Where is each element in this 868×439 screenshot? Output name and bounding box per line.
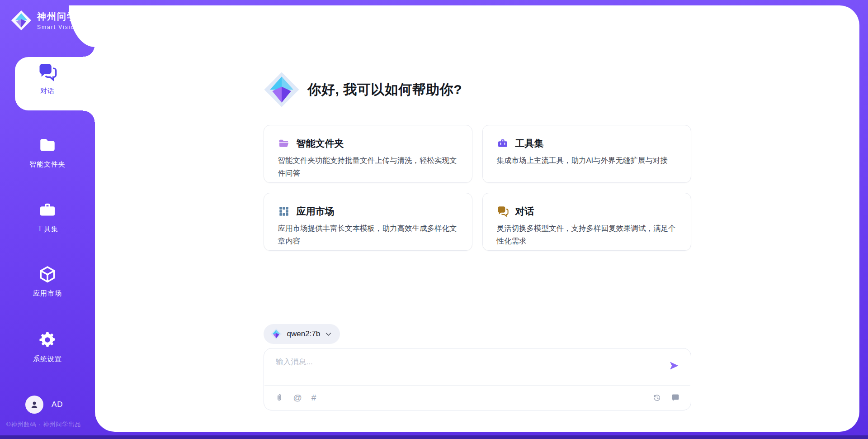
brand-logo-icon <box>11 10 32 31</box>
card-app-market[interactable]: 应用市场 应用市场提供丰富长文本模板，助力高效生成多样化文章内容 <box>264 193 472 251</box>
user-account[interactable]: AD <box>25 396 63 414</box>
model-selector[interactable]: qwen2:7b <box>264 324 340 344</box>
greeting-title: 你好, 我可以如何帮助你? <box>308 81 462 99</box>
model-name: qwen2:7b <box>287 329 321 339</box>
folder-open-icon <box>278 138 290 149</box>
sidebar-footer-text: ©神州数码 · 神州问学出品 <box>6 420 95 429</box>
sidebar-item-label: 对话 <box>0 87 95 95</box>
brand: 神州问学 Smart Vision <box>11 10 79 31</box>
history-icon[interactable] <box>652 393 661 402</box>
sidebar-item-chat[interactable]: 对话 <box>0 62 95 95</box>
sidebar-item-smart-folder[interactable]: 智能文件夹 <box>0 136 95 169</box>
card-description: 集成市场上主流工具，助力AI与外界无缝扩展与对接 <box>497 154 677 167</box>
brand-subtitle: Smart Vision <box>37 24 79 30</box>
attachment-icon[interactable] <box>275 393 284 402</box>
card-smart-folder[interactable]: 智能文件夹 智能文件夹功能支持批量文件上传与清洗，轻松实现文件问答 <box>264 125 472 183</box>
grid-icon <box>278 205 290 217</box>
card-description: 灵活切换多模型文件，支持多样回复效果调试，满足个性化需求 <box>497 222 677 247</box>
gear-icon <box>38 330 57 349</box>
card-title: 应用市场 <box>297 205 335 218</box>
message-composer: @ # <box>264 348 691 410</box>
hashtag-icon[interactable]: # <box>311 393 316 402</box>
sidebar-item-label: 工具集 <box>0 225 95 234</box>
app-logo-icon <box>264 72 300 108</box>
sidebar-item-label: 系统设置 <box>0 355 95 363</box>
sidebar-item-settings[interactable]: 系统设置 <box>0 330 95 363</box>
main-panel: 你好, 我可以如何帮助你? 智能文件夹 智能文件夹功能支持批量文件上传与清洗，轻… <box>95 5 859 432</box>
mention-icon[interactable]: @ <box>293 393 302 402</box>
cube-icon <box>38 265 57 284</box>
send-icon[interactable] <box>669 360 679 371</box>
avatar <box>25 396 43 414</box>
card-chat[interactable]: 对话 灵活切换多模型文件，支持多样回复效果调试，满足个性化需求 <box>482 193 691 251</box>
sidebar: 神州问学 Smart Vision 对话 智能文件夹 工具集 应用市场 系统设置… <box>0 0 95 439</box>
card-title: 工具集 <box>515 137 544 150</box>
toolbox-icon <box>38 200 57 220</box>
card-title: 智能文件夹 <box>297 137 344 150</box>
toolbox-icon <box>497 138 509 149</box>
sidebar-item-app-market[interactable]: 应用市场 <box>0 265 95 298</box>
bottom-edge-strip <box>0 435 868 439</box>
chat-icon <box>497 205 509 217</box>
chat-bubble-icon[interactable] <box>671 393 680 402</box>
sidebar-item-label: 应用市场 <box>0 289 95 298</box>
message-input[interactable] <box>276 357 659 382</box>
brand-name: 神州问学 <box>37 10 79 23</box>
card-title: 对话 <box>515 205 534 218</box>
card-description: 智能文件夹功能支持批量文件上传与清洗，轻松实现文件问答 <box>278 154 458 179</box>
card-toolset[interactable]: 工具集 集成市场上主流工具，助力AI与外界无缝扩展与对接 <box>482 125 691 183</box>
greeting-row: 你好, 我可以如何帮助你? <box>264 72 462 108</box>
folder-icon <box>38 136 57 155</box>
chevron-down-icon <box>325 331 332 338</box>
feature-cards: 智能文件夹 智能文件夹功能支持批量文件上传与清洗，轻松实现文件问答 工具集 集成… <box>264 125 691 251</box>
sidebar-item-toolset[interactable]: 工具集 <box>0 200 95 234</box>
person-icon <box>29 399 40 410</box>
model-logo-icon <box>270 328 282 340</box>
chat-icon <box>38 62 57 81</box>
card-description: 应用市场提供丰富长文本模板，助力高效生成多样化文章内容 <box>278 222 458 247</box>
sidebar-item-label: 智能文件夹 <box>0 160 95 169</box>
user-name: AD <box>52 400 63 409</box>
